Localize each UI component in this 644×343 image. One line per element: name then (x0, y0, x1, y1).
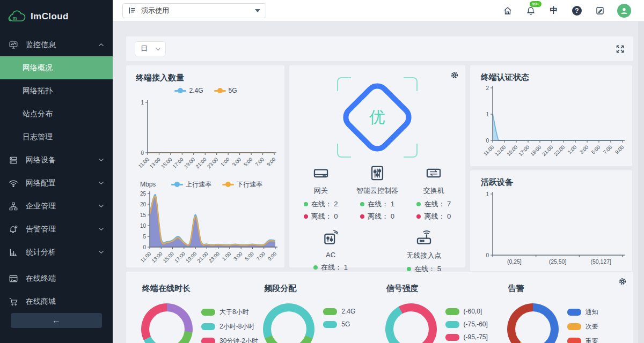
device-status-switch: 交换机在线： 7离线： 0 (406, 164, 462, 222)
sidebar-item-cart[interactable]: 在线商城 (0, 290, 113, 313)
legend-item[interactable]: (-75,-60] (445, 320, 488, 328)
home-icon[interactable] (502, 5, 514, 17)
legend-chip-icon (323, 321, 337, 328)
donut-section: 信号强度(-60,0](-75,-60](-95,-75] (381, 276, 503, 343)
sidebar-item-stats[interactable]: 统计分析 (0, 241, 113, 264)
svg-text:7:00: 7:00 (254, 156, 265, 168)
sidebar-item-server[interactable]: 网络设备 (0, 148, 113, 172)
logo[interactable]: m ImCloud (0, 0, 113, 33)
panel-title: 终端认证状态 (481, 72, 627, 83)
svg-text:13:00: 13:00 (150, 251, 164, 264)
sidebar-subitem[interactable]: 网络拓扑 (0, 79, 113, 102)
donut-legend: 大于8小时2小时-8小时30分钟-2小时 (201, 308, 258, 343)
svg-text:7:00: 7:00 (255, 251, 266, 262)
legend-item[interactable]: 2.4G (323, 308, 355, 315)
sidebar-item-terminal[interactable]: 在线终端 (0, 267, 113, 290)
donut-section: 频段分配2.4G5G (259, 276, 380, 343)
svg-text:23:00: 23:00 (207, 251, 221, 264)
terminal-auth-panel: 终端认证状态 01211:0013:0015:0017:0019:0021:00… (470, 65, 632, 166)
legend-label: 大于8小时 (219, 308, 249, 317)
org-selector[interactable]: 演示使用 (122, 3, 266, 18)
sidebar-collapse-button[interactable]: ← (11, 313, 102, 328)
legend-item[interactable]: (-95,-75] (445, 333, 488, 341)
panel-title: 活跃设备 (481, 177, 627, 188)
svg-text:3:00: 3:00 (579, 144, 590, 155)
svg-text:21:00: 21:00 (194, 156, 208, 170)
sidebar-subitem[interactable]: 日志管理 (0, 125, 113, 148)
gear-icon[interactable] (450, 71, 459, 79)
svg-text:5: 5 (143, 234, 146, 240)
device-name: 无线接入点 (396, 251, 452, 260)
svg-text:19:00: 19:00 (529, 144, 543, 158)
online-count: 在线： 7 (406, 198, 462, 210)
sidebar-item-label: 网络配置 (26, 178, 98, 188)
donut-legend: (-60,0](-75,-60](-95,-75] (445, 308, 488, 341)
legend-item[interactable]: 5G (214, 87, 237, 94)
feedback-edit-icon[interactable] (594, 5, 606, 17)
legend-item[interactable]: 2小时-8小时 (201, 322, 258, 331)
notifications-bell-icon[interactable]: 99+ (525, 5, 537, 17)
device-name: 智能云控制器 (349, 186, 405, 196)
donut-chart (507, 303, 559, 343)
grade-text: 优 (369, 107, 385, 129)
offline-dot-icon (416, 214, 421, 219)
legend-item[interactable]: 通知 (567, 308, 598, 317)
avatar[interactable] (617, 4, 631, 18)
sidebar-item-label: 网络设备 (26, 155, 98, 165)
sidebar-item-monitor[interactable]: 监控信息 (0, 33, 113, 56)
panel-title: 终端接入数量 (136, 73, 278, 83)
fullscreen-icon[interactable] (616, 44, 625, 54)
terminal-icon (8, 273, 19, 284)
sidebar-item-label: 在线商城 (26, 297, 104, 307)
svg-text:7:00: 7:00 (602, 144, 613, 155)
sidebar-item-org[interactable]: 企业管理 (0, 195, 113, 218)
help-icon[interactable]: ? (571, 5, 583, 17)
org-list-icon (128, 6, 136, 14)
legend-item[interactable]: 重要 (567, 337, 598, 343)
donut-title: 终端在线时长 (142, 284, 259, 294)
sidebar-item-wifi[interactable]: 网络配置 (0, 172, 113, 195)
topbar: 演示使用 99+ 中 ? (113, 0, 644, 21)
svg-text:0: 0 (143, 244, 146, 250)
period-selector[interactable]: 日 (135, 41, 166, 56)
offline-count: 离线： 0 (293, 210, 349, 222)
legend-chip-icon (567, 309, 581, 316)
network-health-panel: 优 网关在线： 2离线： 0智能云控制器在线： 1离线： 0交换机在线： 7离线… (289, 65, 465, 267)
chevron-down-icon (98, 179, 104, 188)
main-area: 演示使用 99+ 中 ? (113, 0, 644, 343)
sidebar-subitem[interactable]: 网络概况 (0, 56, 113, 79)
legend-item[interactable]: (-60,0] (445, 308, 488, 315)
device-name: 网关 (293, 186, 349, 196)
sidebar-item-alarm-bell[interactable]: 告警管理 (0, 218, 113, 241)
legend-label: 2小时-8小时 (219, 322, 254, 331)
legend-chip-icon (567, 323, 581, 330)
legend-item[interactable]: 上行速率 (171, 180, 211, 189)
language-icon[interactable]: 中 (548, 5, 560, 17)
legend-label: 2.4G (341, 308, 355, 315)
legend-item[interactable]: 5G (323, 320, 355, 328)
ac-icon (321, 241, 340, 249)
sidebar-subitem[interactable]: 站点分布 (0, 102, 113, 125)
scrollbar-track[interactable] (638, 21, 644, 343)
period-value: 日 (141, 44, 148, 54)
legend-item[interactable]: 30分钟-2小时 (201, 337, 258, 343)
svg-text:5:00: 5:00 (244, 251, 255, 262)
server-icon (8, 155, 19, 166)
legend-item[interactable]: 下行速率 (222, 180, 262, 189)
legend-label: 上行速率 (186, 180, 211, 189)
gear-icon[interactable] (618, 277, 627, 286)
legend-label: (-75,-60] (464, 320, 488, 328)
svg-text:m: m (13, 16, 17, 21)
legend-item[interactable]: 大于8小时 (201, 308, 258, 317)
donut-legend: 通知次要重要 (567, 308, 598, 343)
svg-text:3:00: 3:00 (231, 156, 242, 168)
svg-text:0: 0 (486, 252, 489, 258)
svg-text:9:00: 9:00 (266, 156, 277, 168)
donut-chart (263, 303, 314, 343)
legend-label: 2.4G (189, 87, 203, 94)
legend-item[interactable]: 2.4G (174, 87, 203, 94)
svg-text:15:00: 15:00 (160, 156, 173, 170)
legend-item[interactable]: 次要 (567, 322, 598, 331)
svg-text:11:00: 11:00 (137, 156, 150, 169)
online-dot-icon (360, 202, 364, 206)
